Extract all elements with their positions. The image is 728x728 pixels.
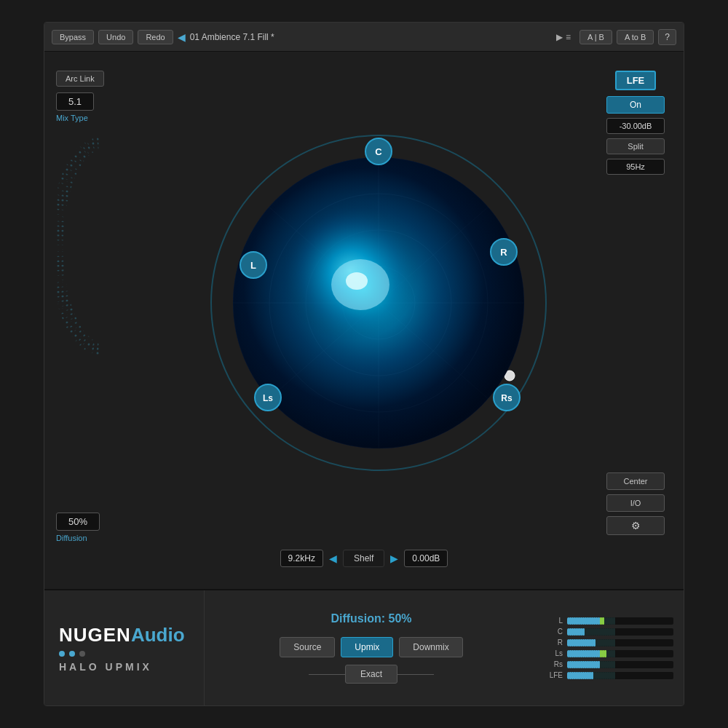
preset-name: 01 Ambience 7.1 Fill * (190, 32, 552, 42)
vu-label-rs: Rs (548, 660, 563, 668)
svg-text:C: C (375, 146, 382, 157)
downmix-button[interactable]: Downmix (399, 637, 462, 657)
vu-label-c: C (548, 628, 563, 636)
right-panel: LFE On -30.00dB Split 95Hz Center I/O ⚙ (599, 63, 672, 542)
brand-area: NUGEN Audio HALO UPMIX (44, 590, 205, 705)
brand-dot-1 (59, 651, 65, 657)
ab-button[interactable]: A | B (579, 30, 612, 44)
atob-button[interactable]: A to B (617, 30, 654, 44)
vu-row: Rs (548, 660, 673, 668)
source-button[interactable]: Source (280, 637, 335, 657)
svg-text:Ls: Ls (263, 393, 273, 403)
center-bottom: Diffusion: 50% Source Upmix Downmix Exac… (205, 590, 538, 705)
io-button[interactable]: I/O (606, 494, 665, 512)
transport-icons: ▶ ≡ (556, 32, 571, 42)
diffusion-display: Diffusion: 50% (331, 612, 411, 625)
lfe-hz-value[interactable]: 95Hz (606, 159, 665, 175)
redo-button[interactable]: Redo (138, 30, 173, 44)
vu-row: L (548, 617, 673, 625)
bottom-section: NUGEN Audio HALO UPMIX Diffusion: 50% So… (44, 589, 684, 705)
help-button[interactable]: ? (658, 29, 676, 45)
list-icon[interactable]: ≡ (566, 32, 571, 42)
preset-prev-arrow[interactable]: ◀ (178, 31, 186, 43)
vu-bar-container (567, 650, 673, 657)
eq-arrow-right: ▶ (390, 553, 398, 564)
exact-line-right (397, 674, 434, 675)
left-panel: Arc Link 5.1 Mix Type 50% (56, 63, 158, 542)
vu-meters: LCRLsRsLFE (538, 590, 684, 705)
lfe-db-value[interactable]: -30.00dB (606, 118, 665, 134)
brand-dot-3 (79, 651, 85, 657)
brand-dot-2 (69, 651, 75, 657)
svg-point-18 (346, 272, 368, 290)
sphere-svg: C L R Ls Rs (189, 114, 568, 492)
exact-line-left (309, 674, 345, 675)
diffusion-label: Diffusion (56, 534, 87, 542)
main-area: Arc Link 5.1 Mix Type 50% (44, 52, 684, 589)
vu-row: Ls (548, 649, 673, 657)
vu-bar-container (567, 628, 673, 636)
plugin-container: Bypass Undo Redo ◀ 01 Ambience 7.1 Fill … (44, 22, 684, 706)
bottom-right-buttons: Center I/O ⚙ (606, 472, 665, 542)
vu-row: R (548, 638, 673, 646)
svg-text:R: R (500, 247, 507, 258)
eq-freq-value[interactable]: 9.2kHz (280, 550, 323, 567)
vu-label-l: L (548, 617, 563, 625)
top-section: Arc Link 5.1 Mix Type 50% (56, 63, 672, 542)
svg-text:L: L (250, 260, 256, 271)
vu-row: LFE (548, 671, 673, 679)
svg-text:Rs: Rs (501, 393, 513, 403)
gear-button[interactable]: ⚙ (606, 516, 665, 535)
mix-type-value[interactable]: 5.1 (56, 92, 94, 111)
undo-button[interactable]: Undo (98, 30, 133, 44)
eq-db-value[interactable]: 0.00dB (404, 550, 448, 567)
arc-link-button[interactable]: Arc Link (56, 71, 104, 87)
shelf-button[interactable]: Shelf (343, 550, 384, 567)
eq-arrow-left: ◀ (329, 553, 337, 564)
brand-dots (59, 651, 189, 657)
vu-bar-container (567, 617, 673, 625)
diffusion-value[interactable]: 50% (56, 513, 100, 531)
sphere-wrapper: C L R Ls Rs (189, 114, 568, 492)
vu-label-r: R (548, 638, 563, 646)
lfe-on-button[interactable]: On (606, 96, 665, 114)
lfe-label: LFE (615, 71, 657, 90)
vu-bar-container (567, 672, 673, 679)
eq-bar: 9.2kHz ◀ Shelf ▶ 0.00dB (56, 542, 672, 574)
play-icon[interactable]: ▶ (556, 32, 563, 42)
exact-container: Exact (309, 665, 434, 684)
vu-label-ls: Ls (548, 649, 563, 657)
brand-product: HALO UPMIX (59, 661, 189, 673)
upmix-button[interactable]: Upmix (341, 637, 393, 657)
mix-buttons: Source Upmix Downmix (280, 637, 462, 657)
vu-bar-container (567, 661, 673, 668)
vu-bar-container (567, 639, 673, 646)
bypass-button[interactable]: Bypass (52, 30, 94, 44)
exact-button[interactable]: Exact (345, 665, 397, 684)
brand-name-nugen: NUGEN (59, 624, 131, 646)
dotted-arc-svg (56, 137, 107, 355)
vu-label-lfe: LFE (548, 671, 563, 679)
top-bar: Bypass Undo Redo ◀ 01 Ambience 7.1 Fill … (44, 23, 684, 52)
mix-type-label: Mix Type (56, 114, 88, 122)
vu-row: C (548, 628, 673, 636)
brand-name-audio: Audio (131, 624, 185, 646)
sphere-area: C L R Ls Rs (158, 63, 599, 542)
lfe-split-button[interactable]: Split (606, 138, 665, 154)
center-button[interactable]: Center (606, 472, 665, 490)
